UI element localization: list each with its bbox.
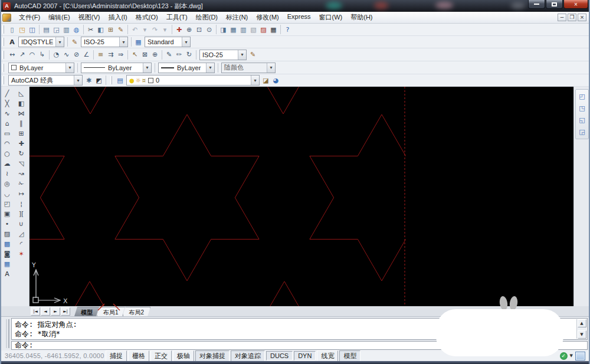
spline-button[interactable]: ≀	[2, 169, 13, 179]
hexagram-star[interactable]	[30, 87, 162, 114]
dropdown-arrow-icon[interactable]: ▾	[238, 50, 246, 60]
mdi-restore-button[interactable]: ❐	[568, 14, 576, 21]
fillet-button[interactable]: ◜	[16, 239, 27, 249]
coordinate-display[interactable]: 36405.0455, -6461.5952, 0.0000	[0, 352, 105, 359]
erase-button[interactable]: ◺	[16, 88, 27, 99]
array-button[interactable]: ⊞	[16, 129, 27, 139]
ellipse-arc-button[interactable]: ◡	[2, 189, 13, 199]
toolbar-grip[interactable]	[2, 76, 4, 84]
publish-button[interactable]: ▥	[61, 25, 71, 35]
quick-leader-button[interactable]: ↖	[130, 50, 140, 60]
send-to-back-button[interactable]: ◳	[577, 103, 587, 113]
hexagram-star[interactable]	[30, 114, 64, 281]
make-object-layer-current-button[interactable]: ◪	[261, 76, 271, 86]
save-workspace-button[interactable]: ◩	[94, 76, 104, 86]
text-style-dropdown[interactable]: IDQSTYLE ▾	[18, 37, 64, 47]
trim-button[interactable]: ✁	[16, 179, 27, 189]
dropdown-arrow-icon[interactable]: ▾	[143, 63, 151, 73]
extend-button[interactable]: ↦	[16, 189, 27, 199]
rectangle-button[interactable]: ▭	[2, 129, 13, 139]
circle-button[interactable]: ○	[2, 149, 13, 159]
copy-clip-button[interactable]: ◧	[96, 25, 106, 35]
hexagram-star[interactable]	[115, 114, 259, 281]
status-toggle-ducs[interactable]: DUCS	[266, 351, 293, 360]
workspace-dropdown[interactable]: AutoCAD 经典 ▾	[8, 75, 83, 86]
toolbar-grip[interactable]	[2, 38, 4, 46]
tool-palettes-button[interactable]: ▥	[238, 25, 248, 35]
zoom-window-button[interactable]: ⊡	[194, 25, 204, 35]
hexagram-star[interactable]	[212, 281, 356, 306]
open-button[interactable]: ◳	[17, 25, 27, 35]
status-toggle-otrack[interactable]: 对象追踪	[231, 350, 265, 362]
offset-button[interactable]: ∥	[16, 119, 27, 129]
tab-last-button[interactable]: ►|	[61, 307, 70, 316]
plot-style-control-dropdown[interactable]: 随颜色 ▾	[221, 63, 276, 73]
redo-list-arrow-button[interactable]: ▾	[160, 25, 170, 35]
color-control-dropdown[interactable]: ByLayer ▾	[8, 63, 74, 73]
point-button[interactable]: •	[2, 219, 13, 229]
polygon-button[interactable]: ⌂	[2, 119, 13, 129]
line-button[interactable]: ╱	[2, 88, 13, 99]
drawing-canvas[interactable]: YX	[30, 87, 573, 306]
status-toggle-model[interactable]: 模型	[339, 350, 360, 362]
menu-item-9[interactable]: 修改(M)	[252, 11, 283, 24]
insert-block-button[interactable]: ◰	[2, 199, 13, 209]
status-toggle-polar[interactable]: 极轴	[173, 350, 194, 362]
menu-item-1[interactable]: 文件(F)	[15, 11, 44, 24]
text-style-button[interactable]: A	[7, 37, 17, 47]
close-button[interactable]: ×	[563, 0, 588, 9]
dropdown-arrow-icon[interactable]: ▾	[182, 37, 190, 47]
zoom-realtime-button[interactable]: ⊕	[184, 25, 194, 35]
dimension-edit-button[interactable]: ✎	[164, 50, 174, 60]
dropdown-arrow-icon[interactable]: ▾	[251, 76, 259, 85]
gradient-button[interactable]: ▩	[2, 239, 13, 249]
command-scrollbar[interactable]: ▲ ▼	[576, 319, 586, 339]
pan-realtime-button[interactable]: ✚	[174, 25, 184, 35]
break-button[interactable]: ][	[16, 209, 27, 219]
hexagram-star[interactable]	[310, 114, 454, 281]
construction-line-button[interactable]: ╳	[2, 99, 13, 109]
minimize-button[interactable]	[528, 0, 545, 9]
dim-linear-button[interactable]: ↔	[7, 50, 17, 60]
multiline-text-button[interactable]: A	[2, 269, 13, 279]
stretch-button[interactable]: ↝	[16, 169, 27, 179]
mdi-minimize-button[interactable]: −	[558, 14, 566, 21]
layer-control-dropdown[interactable]: ● ☼ ¤ 0 ▾	[126, 75, 260, 86]
dropdown-arrow-icon[interactable]: ▾	[55, 37, 64, 47]
arc-button[interactable]: ◠	[2, 139, 13, 149]
region-button[interactable]: ◙	[2, 249, 13, 259]
dim-style-dropdown[interactable]: ISO-25 ▾	[81, 37, 128, 47]
3d-dwf-publish-button[interactable]: ◍	[71, 25, 81, 35]
table-style-button[interactable]: ▦	[133, 37, 143, 47]
dim-aligned-button[interactable]: ↗	[17, 50, 27, 60]
lineweight-control-dropdown[interactable]: ByLayer ▾	[158, 63, 215, 73]
designcenter-button[interactable]: ▦	[228, 25, 238, 35]
hatch-button[interactable]: ▨	[2, 229, 13, 239]
layer-previous-button[interactable]: ◕	[271, 76, 281, 86]
quickcalc-button[interactable]: ▦	[268, 25, 278, 35]
menu-item-11[interactable]: 窗口(W)	[315, 11, 347, 24]
redo-button[interactable]: ↷	[150, 25, 160, 35]
dim-current-style-dropdown[interactable]: ISO-25 ▾	[199, 50, 247, 60]
menu-item-12[interactable]: 帮助(H)	[346, 11, 376, 24]
bring-to-front-button[interactable]: ◰	[577, 91, 587, 101]
help-button[interactable]: ?	[283, 25, 293, 35]
tab-previous-button[interactable]: ◄	[41, 307, 50, 316]
toolbar-grip[interactable]	[2, 64, 4, 72]
join-button[interactable]: ∪	[16, 219, 27, 229]
workspace-settings-button[interactable]: ✱	[84, 76, 94, 86]
tab-first-button[interactable]: |◄	[31, 307, 40, 316]
copy-button[interactable]: ◧	[16, 99, 27, 109]
tab-next-button[interactable]: ►	[51, 307, 60, 316]
dim-diameter-button[interactable]: ⊘	[71, 50, 81, 60]
menu-item-10[interactable]: Express	[283, 11, 315, 24]
menu-item-8[interactable]: 标注(N)	[222, 11, 252, 24]
dim-arc-length-button[interactable]: ◠	[27, 50, 37, 60]
hexagram-star[interactable]	[211, 87, 355, 114]
menu-item-7[interactable]: 绘图(D)	[192, 11, 222, 24]
send-under-objects-button[interactable]: ◲	[577, 127, 587, 137]
scroll-up-icon[interactable]: ▲	[578, 319, 586, 327]
sheet-set-manager-button[interactable]: ▧	[248, 25, 258, 35]
status-toggle-osnap[interactable]: 对象捕捉	[195, 350, 230, 362]
table-button[interactable]: ▦	[2, 259, 13, 269]
